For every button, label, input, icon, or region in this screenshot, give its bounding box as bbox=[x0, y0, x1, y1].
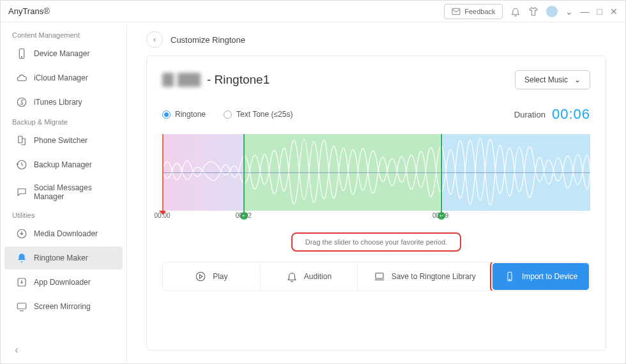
blurred-artist bbox=[162, 73, 201, 87]
minimize-icon[interactable]: ― bbox=[581, 6, 590, 17]
tick-start: 00:00 bbox=[154, 212, 170, 219]
play-button[interactable]: Play bbox=[163, 262, 261, 291]
import-highlight: Import to Device bbox=[490, 262, 590, 291]
waveform-line bbox=[162, 134, 590, 208]
sidebar-item-itunes-library[interactable]: iTunes Library bbox=[4, 91, 123, 114]
bell-icon bbox=[16, 252, 27, 264]
mail-icon bbox=[451, 6, 461, 17]
phone-icon bbox=[16, 48, 27, 59]
import-device-button[interactable]: Import to Device bbox=[492, 263, 589, 290]
sidebar-item-social-manager[interactable]: Social Messages Manager bbox=[4, 178, 123, 207]
svg-point-11 bbox=[509, 279, 510, 280]
history-icon bbox=[16, 159, 27, 171]
sidebar-item-label: Screen Mirroring bbox=[34, 302, 91, 311]
page-title: Customize Ringtone bbox=[171, 35, 245, 45]
switch-icon bbox=[16, 135, 27, 146]
sidebar-item-screen-mirroring[interactable]: Screen Mirroring bbox=[4, 295, 123, 318]
play-icon bbox=[195, 271, 206, 282]
chevron-down-icon[interactable]: ⌄ bbox=[565, 6, 573, 17]
save-label: Save to Ringtone Library bbox=[392, 272, 476, 281]
sidebar-item-backup-manager[interactable]: Backup Manager bbox=[4, 153, 123, 176]
sidebar-item-device-manager[interactable]: Device Manager bbox=[4, 42, 123, 65]
radio-dot-icon bbox=[162, 110, 171, 119]
cloud-icon bbox=[16, 72, 27, 84]
chevron-down-icon: ⌄ bbox=[574, 75, 581, 84]
sidebar-section-content: Content Management bbox=[1, 27, 126, 42]
radio-ringtone-label: Ringtone bbox=[175, 110, 206, 119]
svg-rect-7 bbox=[17, 303, 26, 309]
sidebar-section-backup: Backup & Migrate bbox=[1, 114, 126, 128]
song-title: - Ringtone1 bbox=[162, 73, 270, 87]
playhead[interactable] bbox=[162, 134, 164, 211]
audition-label: Audition bbox=[304, 272, 332, 281]
svg-point-8 bbox=[196, 272, 205, 281]
duration-value: 00:06 bbox=[552, 106, 590, 123]
sidebar-item-label: Social Messages Manager bbox=[34, 183, 111, 201]
sidebar-item-ringtone-maker[interactable]: Ringtone Maker bbox=[4, 246, 123, 269]
back-button[interactable]: ‹ bbox=[146, 31, 163, 48]
sidebar-item-label: Ringtone Maker bbox=[34, 254, 88, 262]
svg-rect-4 bbox=[19, 136, 22, 143]
shirt-icon[interactable] bbox=[528, 6, 538, 17]
feedback-button[interactable]: Feedback bbox=[444, 4, 502, 19]
collapse-sidebar-button[interactable]: ‹ bbox=[10, 343, 24, 357]
sidebar-item-media-downloader[interactable]: Media Downloader bbox=[4, 222, 123, 245]
sidebar-item-icloud-manager[interactable]: iCloud Manager bbox=[4, 66, 123, 89]
tick-sel-end: 00:09 bbox=[432, 212, 448, 219]
sidebar-item-label: iTunes Library bbox=[34, 98, 82, 107]
waveform[interactable]: ⇔ ⇔ bbox=[162, 134, 590, 211]
audition-button[interactable]: Audition bbox=[261, 262, 358, 291]
sidebar-item-app-downloader[interactable]: App Downloader bbox=[4, 271, 123, 294]
bell-outline-icon bbox=[286, 271, 298, 282]
sidebar-item-phone-switcher[interactable]: Phone Switcher bbox=[4, 129, 123, 152]
sidebar-item-label: Device Manager bbox=[34, 49, 89, 58]
svg-point-2 bbox=[21, 57, 22, 57]
tick-sel-start: 00:02 bbox=[236, 212, 252, 219]
sidebar: Content Management Device Manager iCloud… bbox=[1, 22, 127, 363]
close-icon[interactable]: ✕ bbox=[610, 6, 618, 17]
sidebar-item-label: Media Downloader bbox=[34, 229, 98, 238]
hint-callout: Drag the slider to choose your favorite … bbox=[291, 232, 462, 252]
trim-handle-start[interactable]: ⇔ bbox=[243, 134, 245, 216]
save-library-button[interactable]: Save to Ringtone Library bbox=[358, 262, 492, 291]
app-icon bbox=[16, 277, 27, 288]
download-icon bbox=[16, 228, 27, 239]
trim-handle-end[interactable]: ⇔ bbox=[441, 134, 442, 216]
action-bar: Play Audition Save to Ringtone Library I… bbox=[162, 262, 590, 291]
svg-rect-9 bbox=[376, 273, 383, 278]
sidebar-item-label: App Downloader bbox=[34, 278, 91, 287]
radio-texttone[interactable]: Text Tone (≤25s) bbox=[224, 110, 293, 119]
app-title: AnyTrans® bbox=[8, 6, 50, 16]
sidebar-item-label: iCloud Manager bbox=[34, 73, 88, 82]
radio-ringtone[interactable]: Ringtone bbox=[162, 110, 206, 119]
sidebar-item-label: Phone Switcher bbox=[34, 136, 88, 145]
sidebar-item-label: Backup Manager bbox=[34, 160, 92, 169]
screen-icon bbox=[16, 301, 27, 312]
play-label: Play bbox=[213, 272, 227, 281]
sidebar-section-utilities: Utilities bbox=[1, 208, 126, 222]
wave-axis bbox=[162, 172, 590, 173]
duration-label: Duration bbox=[514, 110, 546, 119]
radio-texttone-label: Text Tone (≤25s) bbox=[236, 110, 293, 119]
song-name: - Ringtone1 bbox=[207, 73, 270, 87]
time-axis: 00:00 00:02 00:09 bbox=[162, 211, 590, 227]
feedback-label: Feedback bbox=[464, 8, 495, 15]
select-music-label: Select Music bbox=[524, 75, 568, 84]
device-icon bbox=[504, 271, 515, 282]
maximize-icon[interactable]: □ bbox=[597, 6, 602, 17]
radio-dot-icon bbox=[224, 110, 232, 119]
laptop-icon bbox=[374, 271, 385, 282]
import-label: Import to Device bbox=[522, 272, 577, 281]
chat-icon bbox=[16, 186, 27, 198]
select-music-button[interactable]: Select Music ⌄ bbox=[515, 70, 590, 89]
bell-icon[interactable] bbox=[510, 6, 521, 17]
music-note-icon bbox=[16, 96, 27, 108]
avatar[interactable] bbox=[546, 6, 558, 17]
svg-rect-0 bbox=[452, 8, 460, 14]
